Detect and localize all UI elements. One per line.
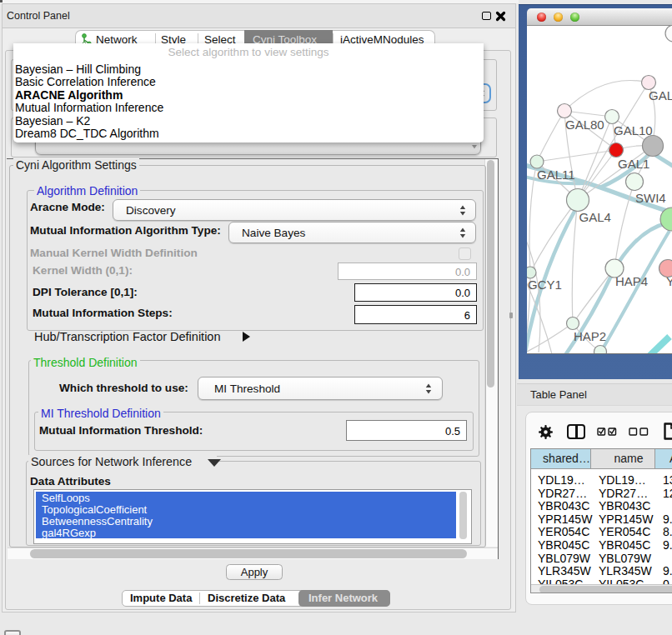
svg-text:HAP2: HAP2 — [574, 329, 606, 343]
svg-text:GCY1: GCY1 — [528, 278, 562, 292]
svg-text:GAL4: GAL4 — [579, 210, 611, 224]
svg-text:GAL7: GAL7 — [649, 88, 672, 102]
svg-text:SWI4: SWI4 — [635, 191, 666, 205]
svg-text:HAP4: HAP4 — [615, 274, 648, 288]
svg-text:YBR: YBR — [666, 274, 672, 288]
svg-text:GAL80: GAL80 — [565, 118, 604, 132]
svg-text:GAL11: GAL11 — [537, 168, 575, 182]
svg-text:GAL1: GAL1 — [618, 157, 649, 171]
svg-text:GAL10: GAL10 — [614, 123, 653, 138]
